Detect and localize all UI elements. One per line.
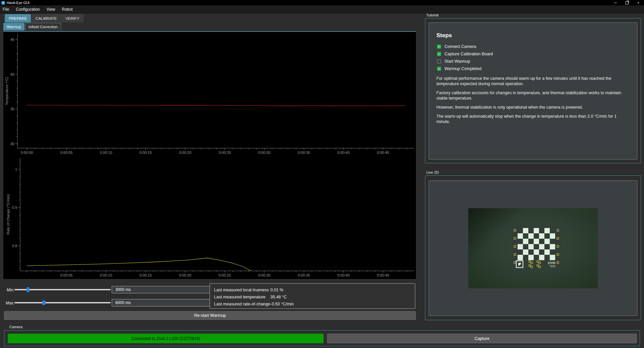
checkbox-icon[interactable]: ✓	[437, 45, 441, 49]
step-start-warmup: Start Warmup	[437, 59, 470, 64]
svg-text:0:00:40: 0:00:40	[337, 151, 350, 155]
live2d-panel: ZiVID	[429, 180, 637, 316]
menu-bar: File Configuration View Robot	[0, 5, 644, 14]
measurement-status-panel: Last measured local trueness 0.01 % Last…	[210, 283, 415, 309]
checkbox-icon[interactable]: ✓	[437, 52, 441, 56]
minimize-icon	[614, 3, 617, 3]
tutorial-paragraph: The warm-up will automatically stop when…	[436, 114, 630, 124]
rate-of-change-value: -0.50 °C/min	[270, 302, 294, 306]
step-capture-calibration-board: ✓ Capture Calibration Board	[437, 51, 493, 57]
live2d-section-label: Live 2D	[426, 170, 439, 174]
tutorial-panel: Steps ✓ Connect Camera ✓ Capture Calibra…	[429, 22, 637, 160]
svg-text:0:00:15: 0:00:15	[140, 151, 152, 155]
rate-of-change-label: Last measured rate-of-change	[214, 302, 270, 306]
window-title: Hand-Eye GUI	[7, 1, 30, 5]
restart-warmup-button[interactable]: Re-start Warmup	[4, 311, 416, 320]
svg-text:0:00:45: 0:00:45	[377, 273, 389, 277]
svg-text:0:00:25: 0:00:25	[219, 273, 231, 277]
max-label: Max:	[6, 301, 14, 305]
calibration-board-graphic: ZiVID	[512, 226, 560, 269]
capture-button[interactable]: Capture	[327, 334, 637, 343]
step-connect-camera: ✓ Connect Camera	[437, 44, 476, 49]
checkbox-icon[interactable]: ✓	[437, 67, 441, 71]
temperature-value: 35.48 °C	[270, 295, 287, 299]
svg-text:0:00:05: 0:00:05	[60, 151, 73, 155]
max-slider[interactable]	[14, 300, 111, 305]
step-warmup-completed: ✓ Warmup Completed	[437, 66, 482, 71]
calibration-board: ZiVID	[512, 226, 560, 271]
tutorial-paragraph: For optimal performance the camera shoul…	[436, 76, 630, 86]
warmup-charts: 303540450:00:000:00:050:00:100:00:150:00…	[3, 32, 416, 279]
svg-text:0:00:05: 0:00:05	[60, 273, 73, 277]
tab-warmup[interactable]: Warmup	[3, 23, 24, 31]
steps-heading: Steps	[436, 32, 452, 39]
menu-file[interactable]: File	[0, 5, 12, 13]
tutorial-box: Steps ✓ Connect Camera ✓ Capture Calibra…	[425, 18, 641, 163]
camera-connected-button[interactable]: Connected to Zivid 2 L100 (22270619)	[8, 334, 324, 343]
tab-infield-correction[interactable]: Infield Correction	[25, 23, 61, 31]
close-icon: ×	[637, 1, 639, 5]
board-logo-text: ZiVID	[548, 261, 556, 265]
svg-text:0:00:40: 0:00:40	[337, 273, 350, 277]
rate-of-change-chart: 0.80.910:00:050:00:100:00:150:00:200:00:…	[3, 157, 416, 278]
hand-eye-gui-window: Z Hand-Eye GUI × File Configuration View…	[0, 0, 644, 348]
max-slider-handle[interactable]	[42, 300, 45, 305]
main-tabs: PREPARE CALIBRATE VERIFY	[5, 14, 84, 22]
svg-text:0:00:15: 0:00:15	[140, 273, 152, 277]
svg-text:0:00:20: 0:00:20	[179, 273, 192, 277]
zivid-logo-icon: Z	[1, 1, 5, 5]
tutorial-text: For optimal performance the camera shoul…	[436, 76, 630, 128]
svg-text:0.9: 0.9	[12, 206, 17, 210]
menu-view[interactable]: View	[43, 5, 59, 13]
tutorial-section-label: Tutorial	[426, 13, 438, 17]
svg-text:0:00:20: 0:00:20	[179, 151, 192, 155]
temperature-chart: 303540450:00:000:00:050:00:100:00:150:00…	[3, 32, 416, 157]
min-ms-field[interactable]	[112, 286, 211, 293]
min-slider-handle[interactable]	[26, 287, 30, 292]
tab-verify[interactable]: VERIFY	[61, 14, 84, 22]
max-slider-track[interactable]	[14, 302, 111, 303]
menu-robot[interactable]: Robot	[59, 5, 76, 13]
temperature-label: Last measured temperature	[214, 295, 270, 299]
svg-text:0.8: 0.8	[12, 244, 17, 248]
trueness-label: Last measured local trueness	[214, 288, 270, 292]
title-bar: Z Hand-Eye GUI ×	[0, 0, 644, 5]
min-label: Min:	[7, 288, 14, 292]
svg-text:0:00:25: 0:00:25	[219, 151, 231, 155]
close-button[interactable]: ×	[633, 0, 644, 5]
svg-text:0:00:30: 0:00:30	[258, 151, 271, 155]
camera-section-label: Camera	[9, 325, 22, 329]
tab-prepare[interactable]: PREPARE	[5, 14, 31, 22]
max-ms-field[interactable]	[112, 299, 211, 306]
svg-text:0:00:10: 0:00:10	[100, 273, 112, 277]
checkbox-icon[interactable]	[437, 59, 441, 63]
svg-text:Temperature (°C): Temperature (°C)	[5, 77, 9, 105]
svg-text:45: 45	[10, 38, 14, 42]
tutorial-paragraph: Factory calibration accounts for changes…	[436, 90, 630, 101]
svg-text:0:00:45: 0:00:45	[377, 151, 389, 155]
live-camera-image: ZiVID	[468, 208, 598, 288]
svg-text:0:00:10: 0:00:10	[100, 151, 112, 155]
min-slider[interactable]	[14, 287, 111, 292]
svg-text:0:00:30: 0:00:30	[258, 273, 271, 277]
camera-box: Connected to Zivid 2 L100 (22270619) Cap…	[4, 330, 640, 346]
live2d-box: ZiVID	[425, 175, 641, 320]
svg-text:1: 1	[15, 167, 17, 171]
minimize-button[interactable]	[610, 0, 621, 5]
svg-text:0:00:35: 0:00:35	[298, 151, 310, 155]
trueness-value: 0.01 %	[270, 288, 283, 292]
restore-icon	[626, 1, 629, 4]
svg-text:Rate of Change (°C/min): Rate of Change (°C/min)	[6, 194, 10, 235]
menu-configuration[interactable]: Configuration	[12, 5, 43, 13]
tab-calibrate[interactable]: CALIBRATE	[32, 14, 61, 22]
svg-text:30: 30	[10, 142, 14, 146]
svg-text:0:00:00: 0:00:00	[21, 151, 33, 155]
svg-text:35: 35	[10, 107, 14, 111]
sub-tabs: Warmup Infield Correction	[3, 23, 61, 31]
tutorial-paragraph: However, thermal stabilization is only o…	[436, 105, 630, 110]
svg-text:40: 40	[10, 72, 14, 76]
restore-button[interactable]	[621, 0, 633, 5]
svg-text:0:00:35: 0:00:35	[298, 273, 310, 277]
